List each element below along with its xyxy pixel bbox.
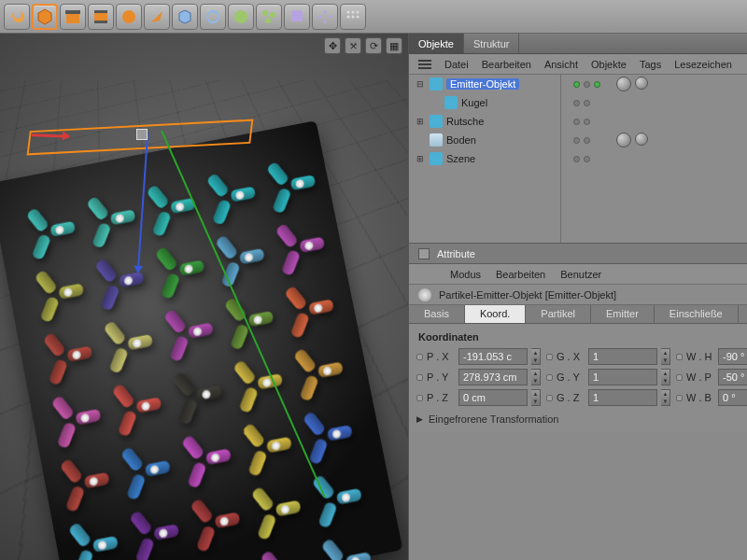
menu-ansicht[interactable]: Ansicht: [544, 59, 578, 70]
coord-input[interactable]: [718, 348, 747, 365]
spinner[interactable]: ▲▼: [661, 389, 670, 406]
menu-objekte[interactable]: Objekte: [591, 59, 627, 70]
dots-button[interactable]: [340, 4, 366, 30]
svg-rect-0: [66, 14, 79, 23]
coord-input[interactable]: [458, 348, 528, 365]
coord-field: P . Z▲▼: [416, 389, 541, 406]
main-toolbar: [0, 0, 747, 34]
anim-dot[interactable]: [416, 374, 423, 381]
jack-object: [77, 518, 127, 560]
svg-point-15: [357, 10, 359, 13]
tree-row[interactable]: Boden: [409, 131, 747, 149]
anim-dot[interactable]: [546, 374, 553, 381]
coord-input[interactable]: [588, 389, 657, 406]
svg-point-14: [352, 10, 355, 13]
expand-toggle[interactable]: [415, 134, 426, 146]
atab-koord[interactable]: Koord.: [465, 305, 526, 323]
expand-toggle[interactable]: [430, 97, 441, 108]
menu-tags[interactable]: Tags: [640, 59, 661, 70]
spinner[interactable]: ▲▼: [531, 369, 541, 385]
film-button[interactable]: [88, 4, 114, 30]
spinner[interactable]: ▲▼: [531, 389, 541, 406]
coord-input[interactable]: [588, 369, 657, 385]
atab-einschliesse[interactable]: Einschließe: [655, 305, 739, 323]
tree-row[interactable]: ⊞Szene: [409, 149, 747, 168]
row-tags[interactable]: [616, 133, 648, 147]
tree-label: Szene: [446, 153, 475, 164]
tag-icon[interactable]: [616, 133, 631, 147]
svg-rect-1: [65, 10, 80, 14]
spinner[interactable]: ▲▼: [661, 369, 670, 385]
sphere-tool-button[interactable]: [228, 4, 254, 30]
anim-dot[interactable]: [416, 354, 423, 360]
menu-bearbeiten[interactable]: Bearbeiten: [482, 59, 531, 70]
hamburger-icon[interactable]: [418, 60, 431, 69]
coord-input[interactable]: [458, 389, 528, 406]
paint-button[interactable]: [116, 4, 142, 30]
anim-dot[interactable]: [416, 395, 423, 401]
attr-menu-modus[interactable]: Modus: [450, 269, 481, 280]
attr-menu-benutzer[interactable]: Benutzer: [560, 269, 601, 280]
tree-row[interactable]: ⊞Rutsche: [409, 112, 747, 131]
jack-object: [111, 316, 162, 370]
visibility-dots[interactable]: [573, 137, 590, 144]
undo-button[interactable]: [4, 4, 30, 30]
koordinaten-title: Koordinaten: [416, 328, 740, 348]
clapper-button[interactable]: [60, 4, 86, 30]
coord-input[interactable]: [588, 348, 657, 365]
cube-tool-button[interactable]: [32, 4, 58, 30]
coord-input[interactable]: [458, 369, 528, 385]
object-tree[interactable]: ⊟Emitter-ObjektKugel⊞RutscheBoden⊞Szene: [409, 75, 747, 243]
row-tags[interactable]: [616, 77, 648, 91]
attr-menu-bearbeiten[interactable]: Bearbeiten: [496, 269, 545, 280]
anim-dot[interactable]: [546, 354, 553, 360]
gizmo-origin[interactable]: [136, 129, 148, 140]
tree-row[interactable]: ⊟Emitter-Objekt: [409, 75, 747, 93]
anim-dot[interactable]: [546, 395, 553, 401]
tree-label: Kugel: [461, 97, 487, 108]
coord-input[interactable]: [718, 369, 747, 385]
expand-button[interactable]: [312, 4, 338, 30]
particle-tool-button[interactable]: [256, 4, 282, 30]
jack-object: [43, 266, 92, 318]
atab-basis[interactable]: Basis: [409, 305, 465, 323]
spinner[interactable]: ▲▼: [661, 348, 670, 365]
rotate-tool-button[interactable]: [200, 4, 226, 30]
jack-object: [68, 455, 119, 508]
atab-partikel[interactable]: Partikel: [526, 305, 591, 323]
visibility-dots[interactable]: [573, 100, 590, 106]
spinner[interactable]: ▲▼: [531, 348, 541, 365]
frozen-transform-row[interactable]: ▶ Eingefrorene Transformation: [416, 413, 740, 425]
coord-field: W . B▲▼: [676, 389, 747, 406]
feather-button[interactable]: [144, 4, 170, 30]
expand-toggle[interactable]: ⊞: [415, 153, 426, 164]
attribute-toggle[interactable]: [418, 248, 430, 259]
expand-toggle[interactable]: ⊞: [415, 116, 426, 127]
jack-object: [198, 494, 248, 548]
expand-toggle[interactable]: ⊟: [415, 78, 426, 90]
atab-emitter[interactable]: Emitter: [591, 305, 655, 323]
tab-objekte[interactable]: Objekte: [409, 34, 464, 53]
anim-dot[interactable]: [676, 374, 683, 381]
tag-icon[interactable]: [616, 77, 631, 91]
anim-dot[interactable]: [676, 354, 683, 360]
tab-struktur[interactable]: Struktur: [464, 34, 520, 53]
visibility-dots[interactable]: [573, 119, 590, 125]
3d-viewport[interactable]: ✥ ⤧ ⟳ ▦: [0, 34, 409, 560]
jack-object: [51, 329, 102, 382]
visibility-dots[interactable]: [573, 156, 590, 162]
primitive-cube-button[interactable]: [172, 4, 198, 30]
menu-datei[interactable]: Datei: [444, 59, 469, 70]
jack-object: [320, 470, 371, 524]
tag-icon[interactable]: [635, 133, 648, 146]
tree-row[interactable]: Kugel: [409, 93, 747, 112]
cylinder-button[interactable]: [284, 4, 310, 30]
visibility-dots[interactable]: [573, 81, 600, 88]
anim-dot[interactable]: [676, 395, 683, 401]
jack-object: [163, 243, 214, 295]
tag-icon[interactable]: [635, 77, 648, 90]
coord-label: P . Z: [427, 392, 455, 403]
menu-lesezeichen[interactable]: Lesezeichen: [674, 59, 732, 70]
coord-input[interactable]: [718, 389, 747, 406]
tree-label: Emitter-Objekt: [446, 78, 519, 90]
